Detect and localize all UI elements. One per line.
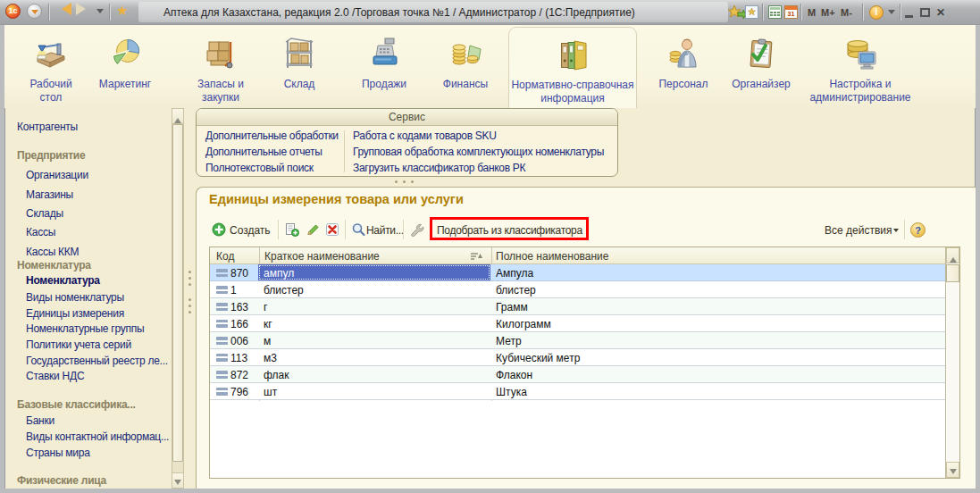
cell-short-name: кг bbox=[264, 318, 272, 330]
sidebar-item-state-register[interactable]: Государственный реестр ле... bbox=[26, 355, 168, 369]
cell-code: 113 bbox=[230, 352, 247, 364]
pie-chart-icon bbox=[108, 37, 142, 71]
units-table: Код Краткое наименование Полное наименов… bbox=[209, 246, 960, 479]
section-tab-settings-administration[interactable]: Настройка иадминистрирование bbox=[793, 27, 927, 108]
section-tab-marketing[interactable]: Маркетинг bbox=[85, 27, 165, 108]
maximize-button[interactable] bbox=[920, 8, 930, 17]
main-menu-button[interactable] bbox=[27, 4, 42, 19]
sidebar-item-nomenclature-groups[interactable]: Номенклатурные группы bbox=[26, 322, 144, 337]
section-tab-reference-information[interactable]: Нормативно-справочнаяинформация bbox=[508, 27, 637, 108]
service-link-additional-reports[interactable]: Дополнительные отчеты bbox=[205, 146, 322, 158]
sidebar-item-contractors[interactable]: Контрагенты bbox=[17, 121, 78, 135]
edit-icon[interactable] bbox=[306, 222, 321, 237]
sidebar-item-nomenclature[interactable]: Номенклатура bbox=[26, 274, 100, 288]
find-button[interactable]: Найти... bbox=[366, 224, 404, 237]
nav-scrollbar[interactable] bbox=[172, 108, 184, 489]
table-scrollbar[interactable] bbox=[945, 247, 959, 478]
table-row[interactable]: 872 флак Флакон bbox=[210, 366, 945, 383]
info-caret-icon[interactable] bbox=[888, 10, 895, 18]
delete-icon[interactable] bbox=[325, 222, 340, 237]
section-label: Финансы bbox=[443, 78, 488, 91]
nav-scroll-down-button[interactable] bbox=[172, 472, 183, 488]
table-scroll-down-button[interactable] bbox=[946, 462, 959, 478]
service-link-load-bank-classifier[interactable]: Загрузить классификатор банков РК bbox=[353, 162, 525, 174]
section-tab-organizer[interactable]: Органайзер bbox=[718, 27, 804, 108]
column-header-code[interactable]: Код bbox=[216, 250, 234, 263]
table-row[interactable]: 113 м3 Кубический метр bbox=[210, 349, 945, 366]
info-icon[interactable]: i bbox=[869, 5, 884, 20]
service-link-additional-processing[interactable]: Дополнительные обработки bbox=[205, 130, 339, 142]
section-tab-desktop[interactable]: Рабочийстол bbox=[13, 27, 89, 108]
sidebar-item-nomenclature-types[interactable]: Виды номенклатуры bbox=[26, 291, 124, 305]
sidebar-item-warehouses[interactable]: Склады bbox=[26, 207, 63, 221]
sidebar-item-stores[interactable]: Магазины bbox=[26, 188, 73, 203]
cell-short-name: шт bbox=[264, 386, 277, 398]
table-row[interactable]: 870 ампул Ампула bbox=[210, 264, 945, 281]
copy-item-icon[interactable] bbox=[284, 222, 299, 237]
calendar-icon[interactable]: 31 bbox=[784, 5, 798, 21]
history-caret-icon[interactable] bbox=[96, 9, 104, 17]
service-link-group-processing[interactable]: Групповая обработка комплектующих номенк… bbox=[353, 146, 604, 158]
calculator-icon[interactable] bbox=[768, 5, 782, 21]
close-button[interactable]: ✕ bbox=[936, 6, 945, 19]
selected-cell[interactable]: ампул bbox=[258, 264, 490, 280]
memory-m-button[interactable]: M bbox=[808, 7, 816, 18]
table-row[interactable]: 163 г Грамм bbox=[210, 298, 945, 315]
sidebar-item-banks[interactable]: Банки bbox=[26, 414, 54, 429]
search-icon bbox=[351, 222, 366, 237]
sidebar-group-nomenclature: Номенклатура bbox=[17, 259, 91, 273]
section-tab-personnel[interactable]: Персонал bbox=[643, 27, 724, 108]
nav-scroll-up-button[interactable] bbox=[172, 109, 183, 124]
sidebar-item-vat-rates[interactable]: Ставки НДС bbox=[26, 370, 84, 384]
sidebar-item-organizations[interactable]: Организации bbox=[26, 169, 88, 183]
section-label: администрирование bbox=[809, 91, 910, 104]
section-tab-finance[interactable]: Финансы bbox=[425, 27, 506, 108]
list-item-icon bbox=[216, 354, 228, 362]
nav-splitter[interactable] bbox=[188, 271, 191, 313]
section-tab-inventory-purchasing[interactable]: Запасы изакупки bbox=[173, 27, 268, 108]
table-scrollbar-thumb[interactable] bbox=[946, 264, 959, 282]
favorites-star-icon[interactable]: ★ bbox=[116, 3, 128, 19]
sidebar-item-kkm-cash-desks[interactable]: Кассы ККМ bbox=[26, 246, 79, 260]
service-link-fulltext-search[interactable]: Полнотекстовый поиск bbox=[205, 162, 314, 174]
titlebar: 1с ★ Аптека для Казахстана, редакция 2.0… bbox=[0, 0, 980, 25]
section-label: Нормативно-справочная bbox=[511, 79, 633, 92]
sidebar-item-units-of-measure[interactable]: Единицы измерения bbox=[26, 307, 124, 322]
all-actions-button[interactable]: Все действия bbox=[825, 224, 892, 237]
column-header-full-name[interactable]: Полное наименование bbox=[496, 250, 609, 263]
pick-from-classifier-button[interactable]: Подобрать из классификатора bbox=[437, 224, 582, 237]
sidebar-item-series-accounting-policies[interactable]: Политики учета серий bbox=[26, 338, 131, 353]
1c-logo-icon[interactable]: 1с bbox=[5, 4, 21, 19]
forward-icon[interactable] bbox=[76, 3, 92, 15]
back-icon[interactable] bbox=[55, 3, 71, 15]
titlebar-separator bbox=[109, 4, 110, 21]
add-favorite-icon[interactable] bbox=[728, 4, 746, 21]
table-row[interactable]: 006 м Метр bbox=[210, 332, 945, 349]
sidebar-group-enterprise: Предприятие bbox=[17, 149, 85, 163]
help-icon[interactable]: ? bbox=[910, 222, 926, 238]
table-row[interactable]: 1 блистер блистер bbox=[210, 281, 945, 298]
section-label: Органайзер bbox=[732, 78, 791, 91]
column-header-short-name[interactable]: Краткое наименование bbox=[264, 250, 380, 263]
memory-mplus-button[interactable]: M+ bbox=[821, 7, 835, 18]
sidebar-item-countries[interactable]: Страны мира bbox=[26, 447, 90, 461]
section-tab-sales[interactable]: Продажи bbox=[344, 27, 424, 108]
section-tab-warehouse[interactable]: Склад bbox=[259, 27, 339, 108]
minimize-button[interactable] bbox=[905, 15, 913, 18]
sidebar-item-cash-desks[interactable]: Кассы bbox=[26, 226, 55, 240]
list-item-icon bbox=[216, 286, 228, 294]
table-header: Код Краткое наименование Полное наименов… bbox=[210, 247, 959, 264]
horizontal-splitter[interactable] bbox=[395, 180, 414, 183]
create-button[interactable]: Создать bbox=[230, 224, 271, 237]
table-row[interactable]: 166 кг Килограмм bbox=[210, 315, 945, 332]
cell-code: 796 bbox=[230, 386, 248, 398]
favorites-list-icon[interactable] bbox=[745, 5, 758, 21]
section-label: Рабочий bbox=[29, 78, 71, 91]
table-scroll-up-button[interactable] bbox=[946, 247, 959, 263]
memory-mminus-button[interactable]: M- bbox=[841, 7, 852, 18]
wrench-icon[interactable] bbox=[409, 222, 424, 237]
table-row[interactable]: 796 шт Штука bbox=[210, 383, 945, 400]
service-link-sku-codes[interactable]: Работа с кодами товаров SKU bbox=[353, 130, 497, 142]
sidebar-item-contact-info-types[interactable]: Виды контактной информац... bbox=[26, 430, 169, 445]
nav-scrollbar-thumb[interactable] bbox=[172, 124, 183, 462]
